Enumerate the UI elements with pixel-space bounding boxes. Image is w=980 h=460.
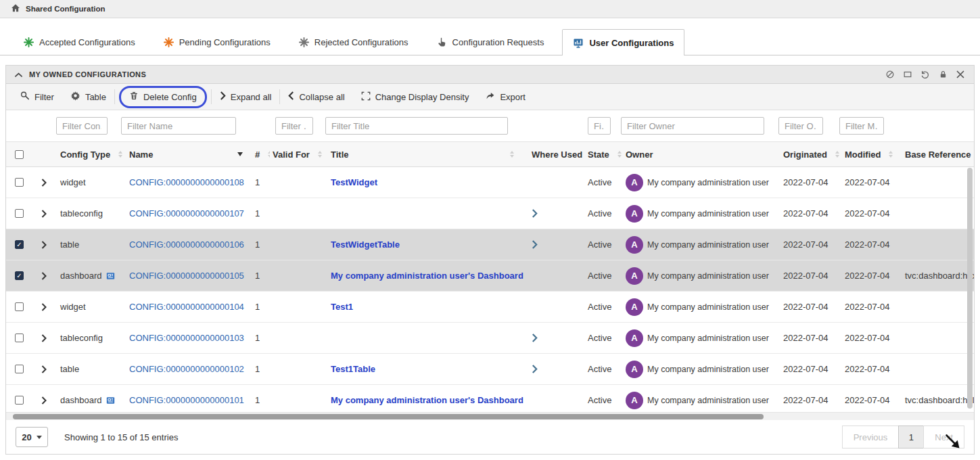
table-row[interactable]: dashboard CONFIG:0000000000000101 1 My c… <box>6 385 974 412</box>
row-checkbox[interactable] <box>15 209 24 218</box>
originated-cell: 2022-07-04 <box>783 302 829 312</box>
row-checkbox[interactable] <box>15 302 24 311</box>
tab-configuration-requests[interactable]: Configuration Requests <box>427 29 555 55</box>
circle-slash-icon[interactable] <box>885 69 895 80</box>
filter-originated-input[interactable] <box>778 117 823 135</box>
filter-name-input[interactable] <box>121 117 236 135</box>
where-used-chevron-icon[interactable] <box>532 209 538 218</box>
table-row[interactable]: widget CONFIG:0000000000000108 1 TestWid… <box>6 167 974 198</box>
column-header-base-reference[interactable]: Base Reference <box>902 150 974 160</box>
where-used-chevron-icon[interactable] <box>532 240 538 249</box>
tab-pending-configurations[interactable]: Pending Configurations <box>154 29 281 55</box>
expand-row-icon[interactable] <box>41 365 47 373</box>
table-row[interactable]: table CONFIG:0000000000000102 1 Test1Tab… <box>6 354 974 385</box>
config-name-link[interactable]: CONFIG:0000000000000101 <box>129 395 244 405</box>
vertical-scrollbar[interactable] <box>967 168 973 409</box>
tab-user-configurations[interactable]: User Configurations <box>562 29 684 55</box>
config-name-link[interactable]: CONFIG:0000000000000104 <box>129 302 244 312</box>
where-used-chevron-icon[interactable] <box>532 365 538 373</box>
expand-row-icon[interactable] <box>41 241 47 249</box>
filter-button[interactable]: Filter <box>11 84 62 110</box>
expand-all-button[interactable]: Expand all <box>212 84 280 110</box>
delete-config-button[interactable]: Delete Config <box>121 91 205 103</box>
filter-state-input[interactable] <box>588 117 611 135</box>
table-row[interactable]: dashboard CONFIG:0000000000000105 1 My c… <box>6 260 974 292</box>
export-button[interactable]: Export <box>477 84 534 110</box>
expand-row-icon[interactable] <box>41 334 47 342</box>
tab-label: User Configurations <box>589 38 674 48</box>
row-checkbox[interactable] <box>15 396 24 405</box>
config-name-link[interactable]: CONFIG:0000000000000106 <box>129 239 244 250</box>
table-settings-button[interactable]: Table <box>62 84 114 110</box>
column-header-title[interactable]: Title <box>328 150 523 160</box>
config-title-link[interactable]: My company administration user's Dashboa… <box>331 395 523 405</box>
undo-icon[interactable] <box>920 69 931 80</box>
config-name-link[interactable]: CONFIG:0000000000000103 <box>129 333 244 343</box>
select-all-checkbox[interactable] <box>15 150 24 159</box>
column-header-number[interactable]: # <box>252 150 270 160</box>
trash-icon <box>129 91 139 103</box>
column-header-originated[interactable]: Originated <box>780 150 842 160</box>
chevron-right-icon <box>220 91 226 102</box>
expand-row-icon[interactable] <box>41 179 47 187</box>
collapse-panel-icon[interactable] <box>14 70 23 80</box>
table-row[interactable]: table CONFIG:0000000000000106 1 TestWidg… <box>6 229 974 260</box>
lock-icon[interactable] <box>937 69 948 80</box>
column-header-where-used[interactable]: Where Used <box>523 150 585 160</box>
config-name-link[interactable]: CONFIG:0000000000000108 <box>129 177 244 187</box>
row-checkbox[interactable] <box>15 334 24 342</box>
state-cell: Active <box>588 271 611 281</box>
row-checkbox[interactable] <box>15 178 24 187</box>
config-title-link[interactable]: TestWidgetTable <box>331 239 400 250</box>
revision-number-cell: 1 <box>255 333 260 343</box>
where-used-chevron-icon[interactable] <box>532 334 538 342</box>
expand-row-icon[interactable] <box>41 272 47 280</box>
collapse-all-button[interactable]: Collapse all <box>280 84 352 110</box>
config-name-link[interactable]: CONFIG:0000000000000107 <box>129 208 244 218</box>
previous-page-button[interactable]: Previous <box>842 426 900 448</box>
tab-rejected-configurations[interactable]: Rejected Configurations <box>289 29 419 55</box>
config-title-link[interactable]: Test1 <box>331 302 353 312</box>
row-checkbox[interactable] <box>15 365 24 373</box>
table-row[interactable]: widget CONFIG:0000000000000104 1 Test1 A… <box>6 292 974 323</box>
column-header-name[interactable]: Name <box>126 150 252 160</box>
filter-modified-input[interactable] <box>839 117 884 135</box>
column-header-state[interactable]: State <box>585 150 623 160</box>
horizontal-scrollbar-thumb[interactable] <box>13 414 764 419</box>
column-header-config-type[interactable]: Config Type <box>57 150 126 160</box>
column-header-owner[interactable]: Owner <box>623 150 780 160</box>
owner-avatar: A <box>626 174 643 191</box>
config-name-link[interactable]: CONFIG:0000000000000105 <box>129 271 244 281</box>
filter-title-input[interactable] <box>325 117 508 135</box>
expand-row-icon[interactable] <box>41 396 47 405</box>
config-title-link[interactable]: Test1Table <box>331 364 375 374</box>
column-header-modified[interactable]: Modified <box>842 150 902 160</box>
revision-number-cell: 1 <box>255 395 260 405</box>
table-row[interactable]: tableconfig CONFIG:0000000000000107 1 Ac… <box>6 198 974 229</box>
filter-owner-input[interactable] <box>621 117 764 135</box>
change-display-density-button[interactable]: Change Display Density <box>353 84 477 110</box>
home-icon[interactable] <box>11 3 20 14</box>
row-checkbox[interactable] <box>15 271 24 280</box>
window-icon[interactable] <box>902 69 913 80</box>
tab-accepted-configurations[interactable]: Accepted Configurations <box>14 29 145 55</box>
originated-cell: 2022-07-04 <box>783 177 829 187</box>
export-icon <box>485 91 495 103</box>
current-page-button[interactable]: 1 <box>898 426 924 448</box>
expand-row-icon[interactable] <box>41 210 47 218</box>
revision-number-cell: 1 <box>255 177 260 187</box>
expand-row-icon[interactable] <box>41 303 47 311</box>
filter-config-type-input[interactable] <box>56 117 108 135</box>
column-header-valid-for[interactable]: Valid For <box>270 150 328 160</box>
page-size-select[interactable]: 20 <box>16 427 48 447</box>
tab-bar: Accepted Configurations Pending Configur… <box>0 29 980 55</box>
tab-label: Rejected Configurations <box>314 37 409 47</box>
horizontal-scrollbar-track[interactable] <box>6 412 974 420</box>
config-title-link[interactable]: My company administration user's Dashboa… <box>331 271 523 281</box>
config-name-link[interactable]: CONFIG:0000000000000102 <box>129 364 244 374</box>
filter-valid-for-input[interactable] <box>275 117 313 135</box>
close-icon[interactable] <box>955 69 966 80</box>
row-checkbox[interactable] <box>15 240 24 249</box>
config-title-link[interactable]: TestWidget <box>331 177 377 187</box>
table-row[interactable]: tableconfig CONFIG:0000000000000103 1 Ac… <box>6 323 974 354</box>
